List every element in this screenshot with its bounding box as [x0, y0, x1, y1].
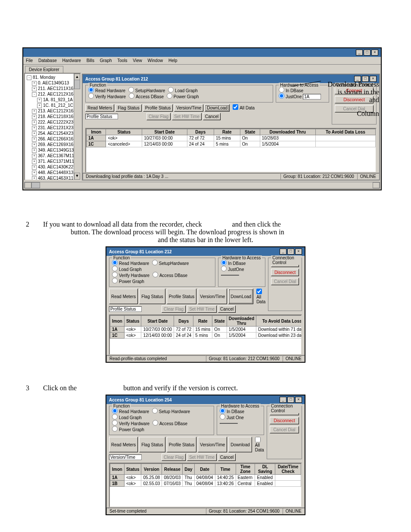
- opt-just-one[interactable]: JustOne: [279, 94, 302, 99]
- tree-expand-icon[interactable]: +: [32, 81, 37, 86]
- col-header[interactable]: Day: [183, 464, 194, 475]
- col-header[interactable]: Rate: [193, 316, 212, 327]
- tree-expand-icon[interactable]: +: [32, 137, 37, 142]
- menu-bills[interactable]: Bills: [87, 58, 94, 63]
- tree-expand-icon[interactable]: -: [32, 92, 37, 97]
- tree-expand-icon[interactable]: +: [32, 159, 37, 164]
- main-titlebar[interactable]: _ □ ×: [23, 48, 381, 57]
- tree-node[interactable]: +269. AEC1269X16: [26, 142, 79, 147]
- col-header[interactable]: Start Date: [142, 129, 187, 135]
- tree-node[interactable]: +254. AEC1254X23: [26, 131, 79, 136]
- table-row[interactable]: 1B<ok>02.55.0307/16/03Thu04/08/0413:40:2…: [110, 481, 301, 487]
- menu-tools[interactable]: Tools: [117, 58, 127, 63]
- col-header[interactable]: Time: [215, 464, 236, 475]
- all-data-checkbox[interactable]: All Data: [233, 104, 255, 112]
- minimize-icon[interactable]: _: [356, 50, 363, 56]
- opt-in-dbase[interactable]: In DBase: [279, 88, 303, 93]
- table-row[interactable]: 1C<canceled>12/14/03 00:0024 of 245 mins…: [87, 141, 376, 147]
- tree-expand-icon[interactable]: +: [32, 143, 37, 147]
- download-button[interactable]: DownLoad: [205, 104, 230, 112]
- close-icon[interactable]: ×: [371, 50, 378, 56]
- tree-expand-icon[interactable]: +: [32, 171, 37, 175]
- tree-expand-icon[interactable]: +: [32, 131, 37, 136]
- tree-node[interactable]: +266. AEC1266X16: [26, 136, 79, 142]
- device-tree[interactable]: -81. Monday+0. AEC1349G13+211. AEC1211X1…: [24, 73, 81, 180]
- device-explorer-tab[interactable]: Device Explorer: [25, 66, 63, 73]
- col-header[interactable]: Imon: [87, 129, 106, 135]
- tree-node[interactable]: +430. AEC1430K22: [26, 164, 79, 170]
- table-row[interactable]: 1C<ok>12/14/03 00:0024 of 245 minsOn1/5/…: [110, 333, 302, 339]
- h-scroll-thumb[interactable]: [31, 182, 40, 188]
- table-row[interactable]: 1A<ok>10/27/03 00:0072 of 7215 minsOn10/…: [87, 135, 376, 141]
- tree-expand-icon[interactable]: -: [27, 75, 31, 80]
- menubar[interactable]: File Database Hardware Bills Graph Tools…: [23, 57, 381, 65]
- opt-setup-hardware[interactable]: SetupHardware: [128, 88, 165, 93]
- col-header[interactable]: Rate: [214, 129, 240, 135]
- col-header[interactable]: Downloaded Thru: [260, 129, 315, 135]
- col-header[interactable]: Release: [162, 464, 183, 475]
- menu-help[interactable]: Help: [168, 58, 177, 63]
- minimize-icon[interactable]: _: [280, 249, 286, 255]
- scroll-left-icon[interactable]: [25, 182, 31, 188]
- minimize-icon[interactable]: _: [280, 397, 286, 403]
- step3-titlebar[interactable]: Access Group 81 Location 254 _ □ ×: [106, 395, 305, 404]
- tree-expand-icon[interactable]: +: [32, 115, 37, 119]
- tree-node[interactable]: +463. AEC1463X11: [26, 175, 79, 180]
- tree-node[interactable]: +231. AEC1231X23: [26, 125, 79, 131]
- tree-expand-icon[interactable]: +: [32, 165, 37, 170]
- menu-graph[interactable]: Graph: [100, 58, 112, 63]
- tree-node[interactable]: +448. AEC1448X13: [26, 170, 79, 175]
- col-header[interactable]: Days: [187, 129, 214, 135]
- tree-node[interactable]: +349. AEC1349G13: [26, 147, 79, 153]
- tree-node[interactable]: +371. AEC1371M11: [26, 159, 79, 164]
- tree-expand-icon[interactable]: +: [37, 103, 42, 108]
- tree-node[interactable]: +367. AEC1367M11: [26, 153, 79, 159]
- col-header[interactable]: State: [240, 129, 260, 135]
- scroll-thumb[interactable]: [74, 80, 80, 89]
- read-meters-button[interactable]: Read Meters: [85, 104, 114, 112]
- table-row[interactable]: 1A<ok>05.25.0808/20/03Thu04/08/0414:40:2…: [110, 475, 301, 481]
- version-time-button[interactable]: Version/Time: [174, 104, 203, 112]
- opt-verify-hardware[interactable]: Verify Hardware: [88, 94, 126, 99]
- tree-node[interactable]: -212. AEC1212X16: [26, 91, 79, 97]
- tree-node[interactable]: +218. AEC1218X16: [26, 114, 79, 119]
- tree-node[interactable]: +222. AEC1222X23: [26, 119, 79, 125]
- justone-select[interactable]: [221, 275, 239, 276]
- tree-expand-icon[interactable]: +: [32, 126, 37, 131]
- tree-expand-icon[interactable]: +: [32, 154, 37, 159]
- tree-node[interactable]: +1C. 81_212_1C: [26, 103, 79, 108]
- maximize-icon[interactable]: □: [287, 249, 294, 255]
- menu-file[interactable]: File: [26, 58, 33, 63]
- col-header[interactable]: To Avoid Data Loss: [256, 316, 302, 327]
- menu-hardware[interactable]: Hardware: [62, 58, 81, 63]
- step2-titlebar[interactable]: Access Group 81 Location 212 _ □ ×: [106, 247, 305, 256]
- opt-access-dbase[interactable]: Access DBase: [129, 94, 164, 99]
- col-header[interactable]: Date: [194, 464, 215, 475]
- horizontal-scrollbar[interactable]: [24, 182, 380, 189]
- scroll-right-icon[interactable]: [373, 182, 380, 188]
- flag-status-button[interactable]: Flag Status: [115, 104, 142, 112]
- profile-status-button[interactable]: Profile Status: [143, 104, 173, 112]
- tree-node[interactable]: -81. Monday: [26, 75, 79, 80]
- action-select[interactable]: Profile Status: [85, 114, 118, 119]
- close-icon[interactable]: ×: [295, 397, 302, 403]
- tree-expand-icon[interactable]: +: [37, 98, 42, 103]
- tree-node[interactable]: +1A. 81_923_1A: [26, 97, 79, 103]
- tree-node[interactable]: +0. AEC1349G13: [26, 80, 79, 86]
- col-header[interactable]: Days: [174, 316, 193, 327]
- maximize-icon[interactable]: □: [364, 50, 371, 56]
- col-header[interactable]: Start Date: [141, 316, 174, 327]
- col-header[interactable]: DL Saving: [255, 464, 275, 475]
- col-header[interactable]: Time Zone: [236, 464, 255, 475]
- col-header[interactable]: Downloaded Thru: [227, 316, 256, 327]
- tree-expand-icon[interactable]: +: [32, 87, 37, 91]
- close-icon[interactable]: ×: [295, 249, 302, 255]
- justone-select[interactable]: [220, 423, 238, 424]
- col-header[interactable]: Status: [106, 129, 142, 135]
- col-header[interactable]: Status: [124, 316, 141, 327]
- maximize-icon[interactable]: □: [287, 397, 294, 403]
- tree-expand-icon[interactable]: +: [32, 109, 37, 114]
- col-header[interactable]: To Avoid Data Loss: [315, 129, 375, 135]
- tree-expand-icon[interactable]: +: [32, 120, 37, 125]
- col-header[interactable]: Date/Time Check: [275, 464, 301, 475]
